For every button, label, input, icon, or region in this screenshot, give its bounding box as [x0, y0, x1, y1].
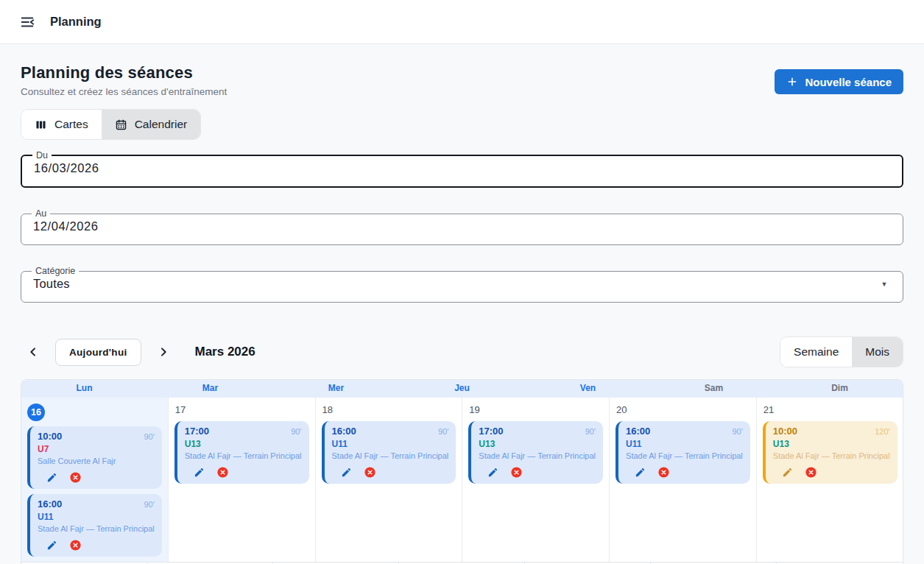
mode-semaine-button[interactable]: Semaine [780, 337, 852, 367]
category-select-value: Toutes [33, 277, 70, 291]
date-from-label: Du [32, 150, 52, 161]
delete-session-button[interactable] [510, 466, 523, 479]
edit-session-button[interactable] [635, 467, 646, 478]
delete-session-button[interactable] [69, 539, 82, 551]
category-field[interactable]: Catégorie Toutes ▼ [21, 266, 903, 303]
delete-session-button[interactable] [216, 466, 229, 479]
new-session-button[interactable]: Nouvelle séance [775, 69, 903, 94]
tab-cartes-label: Cartes [54, 118, 88, 131]
day-cell[interactable]: 17 17:00 90' U13 Stade Al Fajr — Terrain… [169, 398, 316, 562]
today-button[interactable]: Aujourd'hui [55, 339, 141, 366]
session-location: Salle Couverte Al Fajr [38, 457, 155, 465]
session-card[interactable]: 10:00 120' U13 Stade Al Fajr — Terrain P… [763, 421, 897, 484]
delete-session-button[interactable] [805, 466, 817, 479]
tab-calendrier[interactable]: Calendrier [102, 110, 201, 139]
sidebar-collapse-icon[interactable] [18, 13, 37, 32]
edit-session-button[interactable] [487, 467, 498, 478]
session-time: 17:00 [185, 426, 209, 437]
day-number: 16 [27, 403, 45, 421]
columns-icon [35, 119, 47, 131]
date-from-field[interactable]: Du 16/03/2026 [21, 150, 903, 188]
next-period-button[interactable] [151, 339, 176, 364]
day-number: 18 [322, 404, 462, 415]
delete-icon [510, 466, 523, 479]
calendar-day-headers: LunMarMerJeuVenSamDim [21, 380, 903, 398]
session-card[interactable]: 17:00 90' U13 Stade Al Fajr — Terrain Pr… [174, 421, 309, 484]
session-category: U11 [626, 439, 743, 449]
day-cell[interactable]: 16 10:00 90' U7 Salle Couverte Al Fajr 1… [21, 398, 169, 562]
day-number: 19 [469, 404, 609, 415]
day-number: 21 [763, 404, 903, 415]
date-from-input[interactable]: 16/03/2026 [32, 161, 892, 186]
day-sessions: 10:00 90' U7 Salle Couverte Al Fajr 16:0… [21, 426, 168, 557]
day-sessions: 16:00 90' U11 Stade Al Fajr — Terrain Pr… [316, 421, 462, 484]
pencil-icon [341, 467, 352, 478]
session-duration: 90' [144, 500, 154, 509]
edit-session-button[interactable] [341, 467, 352, 478]
edit-session-button[interactable] [46, 472, 57, 483]
session-category: U11 [332, 439, 449, 449]
delete-icon [216, 466, 229, 479]
session-duration: 90' [144, 432, 154, 441]
day-header: Ven [525, 380, 651, 398]
calendar-body: 16 10:00 90' U7 Salle Couverte Al Fajr 1… [21, 398, 903, 562]
chevron-down-icon: ▼ [881, 281, 888, 288]
category-select[interactable]: Toutes ▼ [32, 276, 892, 302]
day-cell[interactable]: 18 16:00 90' U11 Stade Al Fajr — Terrain… [316, 398, 463, 562]
day-sessions: 17:00 90' U13 Stade Al Fajr — Terrain Pr… [462, 421, 609, 484]
prev-period-button[interactable] [21, 339, 46, 364]
date-to-input[interactable]: 12/04/2026 [32, 219, 892, 244]
mode-mois-button[interactable]: Mois [852, 337, 903, 367]
session-location: Stade Al Fajr — Terrain Principal [626, 451, 743, 460]
day-cell[interactable]: 21 10:00 120' U13 Stade Al Fajr — Terrai… [757, 398, 903, 562]
pencil-icon [46, 540, 57, 551]
day-header: Lun [21, 380, 147, 398]
calendar-icon [115, 119, 127, 131]
tab-cartes[interactable]: Cartes [21, 110, 102, 139]
session-duration: 90' [732, 427, 742, 436]
date-to-label: Au [32, 208, 50, 219]
session-location: Stade Al Fajr — Terrain Principal [38, 524, 155, 533]
delete-icon [364, 466, 376, 479]
session-card[interactable]: 16:00 90' U11 Stade Al Fajr — Terrain Pr… [616, 421, 750, 484]
session-time: 16:00 [332, 426, 356, 437]
edit-session-button[interactable] [782, 467, 793, 478]
day-cell[interactable]: 20 16:00 90' U11 Stade Al Fajr — Terrain… [610, 398, 757, 562]
session-location: Stade Al Fajr — Terrain Principal [185, 451, 302, 460]
calendar-nav: Aujourd'hui Mars 2026 Semaine Mois [21, 336, 903, 367]
session-category: U13 [185, 439, 302, 449]
edit-session-button[interactable] [194, 467, 205, 478]
day-sessions: 16:00 90' U11 Stade Al Fajr — Terrain Pr… [610, 421, 756, 484]
page-title: Planning des séances [21, 63, 227, 82]
day-cell[interactable]: 19 17:00 90' U13 Stade Al Fajr — Terrain… [462, 398, 610, 562]
app-title: Planning [50, 15, 102, 29]
view-tabs: Cartes Calendrier [21, 109, 201, 140]
session-card[interactable]: 16:00 90' U11 Stade Al Fajr — Terrain Pr… [27, 494, 162, 557]
pencil-icon [635, 467, 646, 478]
session-duration: 90' [291, 427, 301, 436]
mode-toggle: Semaine Mois [780, 336, 903, 367]
plus-icon [786, 76, 798, 88]
day-number: 17 [175, 404, 315, 415]
delete-session-button[interactable] [657, 466, 670, 479]
current-month-label: Mars 2026 [195, 345, 255, 359]
edit-session-button[interactable] [46, 540, 57, 551]
session-time: 10:00 [38, 431, 62, 442]
date-to-field[interactable]: Au 12/04/2026 [21, 208, 903, 245]
new-session-button-label: Nouvelle séance [805, 76, 892, 88]
day-sessions: 17:00 90' U13 Stade Al Fajr — Terrain Pr… [169, 421, 315, 484]
calendar: LunMarMerJeuVenSamDim 16 10:00 90' U7 Sa… [21, 379, 903, 564]
session-card[interactable]: 17:00 90' U13 Stade Al Fajr — Terrain Pr… [468, 421, 603, 484]
delete-session-button[interactable] [364, 466, 376, 479]
day-header: Sam [651, 380, 777, 398]
session-time: 16:00 [38, 498, 62, 510]
page-header-text: Planning des séances Consultez et créez … [21, 63, 227, 97]
session-card[interactable]: 16:00 90' U11 Stade Al Fajr — Terrain Pr… [322, 421, 456, 484]
delete-icon [69, 471, 82, 484]
topbar: Planning [0, 0, 924, 44]
day-header: Dim [777, 380, 903, 398]
session-duration: 90' [438, 427, 448, 436]
session-category: U11 [38, 512, 155, 522]
session-card[interactable]: 10:00 90' U7 Salle Couverte Al Fajr [27, 426, 162, 489]
delete-session-button[interactable] [69, 471, 82, 484]
